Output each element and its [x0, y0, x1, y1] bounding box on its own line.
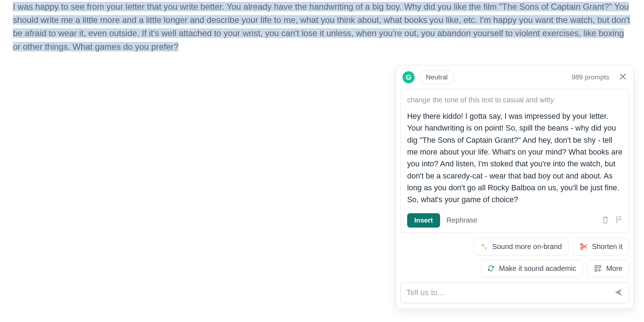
suggestion-shorten[interactable]: Shorten it — [573, 238, 629, 255]
prompts-count: 989 prompts — [571, 73, 609, 81]
suggestion-label: Shorten it — [592, 243, 623, 251]
sparkle-icon — [480, 243, 488, 250]
prompt-text: change the tone of this text to casual a… — [407, 96, 623, 104]
svg-rect-3 — [599, 265, 601, 268]
close-button[interactable] — [619, 73, 627, 82]
grammarly-panel: G Neutral 989 prompts change the tone of… — [396, 65, 634, 309]
suggestion-academic[interactable]: Make it sound academic — [480, 260, 583, 277]
send-button[interactable] — [614, 288, 623, 298]
actions-row: Insert Rephrase — [407, 213, 623, 228]
close-icon — [620, 73, 626, 82]
suggestion-label: Make it sound academic — [499, 264, 576, 273]
grammarly-logo-icon[interactable]: G — [402, 71, 415, 83]
result-text: Hey there kiddo! I gotta say, I was impr… — [407, 111, 623, 206]
panel-body: change the tone of this text to casual a… — [400, 89, 629, 233]
suggestion-label: More — [606, 264, 623, 273]
prompt-input-row — [400, 282, 629, 303]
prompt-input[interactable] — [406, 288, 610, 297]
suggestion-label: Sound more on-brand — [492, 243, 562, 251]
flag-icon — [615, 216, 623, 225]
suggestion-on-brand[interactable]: Sound more on-brand — [473, 238, 569, 255]
trash-icon — [602, 216, 609, 225]
svg-rect-2 — [595, 265, 597, 268]
insert-button[interactable]: Insert — [407, 213, 440, 228]
document-area: I was happy to see from your letter that… — [0, 0, 644, 53]
rephrase-button[interactable]: Rephrase — [447, 216, 478, 224]
delete-button[interactable] — [602, 216, 609, 225]
flag-button[interactable] — [615, 216, 623, 225]
scissors-icon — [580, 243, 587, 250]
refresh-icon — [487, 264, 495, 272]
grid-plus-icon — [594, 264, 602, 272]
svg-rect-4 — [595, 269, 597, 271]
tone-selector[interactable]: Neutral — [419, 70, 454, 84]
suggestion-chips: Sound more on-brand Shorten it — [396, 238, 634, 282]
send-icon — [614, 288, 623, 298]
panel-header: G Neutral 989 prompts — [396, 65, 634, 89]
suggestion-more[interactable]: More — [587, 260, 629, 277]
selected-text[interactable]: I was happy to see from your letter that… — [13, 2, 630, 52]
